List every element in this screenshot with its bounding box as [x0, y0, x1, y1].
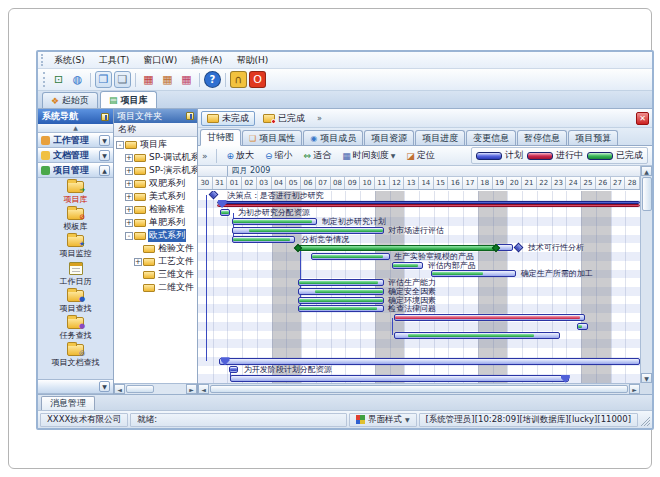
chevron-icon[interactable]: ▼ [99, 150, 110, 161]
expand-icon[interactable]: + [125, 219, 133, 227]
collapse-icon[interactable]: - [116, 141, 124, 149]
sidebar-item-项目查找[interactable]: ●项目查找 [60, 290, 92, 314]
tab-暂停信息[interactable]: 暂停信息 [517, 130, 567, 145]
tab-message-management[interactable]: 消息管理 [41, 396, 95, 410]
tab-项目成员[interactable]: ◉项目成员 [303, 130, 363, 145]
resize-grip[interactable] [640, 414, 650, 426]
gantt-bar-progress[interactable] [217, 204, 640, 207]
menu-item[interactable]: 系统(S) [47, 53, 92, 68]
menu-item[interactable]: 窗口(W) [136, 53, 184, 68]
open-folder-icon[interactable]: ❐ [95, 71, 112, 88]
report-refresh-icon[interactable]: ▦ [178, 71, 195, 88]
expand-icon[interactable]: + [134, 258, 142, 266]
tab-icon: ◉ [310, 134, 317, 143]
tree-node-美式系列[interactable]: +美式系列 [114, 190, 197, 203]
tree-node-检验标准[interactable]: +检验标准 [114, 203, 197, 216]
expand-icon[interactable]: + [125, 154, 133, 162]
sidebar-item-项目库[interactable]: ➔项目库 [64, 181, 88, 205]
scrollbar-thumb[interactable] [210, 385, 628, 393]
scroll-left-icon[interactable]: ◄ [114, 384, 125, 394]
tree-node-双肥系列[interactable]: +双肥系列 [114, 177, 197, 190]
tree-node-项目库[interactable]: -项目库 [114, 138, 197, 151]
gantt-tool-放大[interactable]: ⊕放大 [225, 148, 257, 163]
pin-icon[interactable] [186, 112, 194, 120]
exit-icon[interactable]: O [249, 71, 266, 88]
interface-style-button[interactable]: 界面样式 ▼ [349, 413, 417, 427]
tree-node-二维文件[interactable]: 二维文件 [114, 281, 197, 294]
help-icon[interactable]: ? [204, 71, 221, 88]
gantt-tool-适合[interactable]: ⇔适合 [302, 148, 334, 163]
sidebar-item-任务查找[interactable]: ●任务查找 [60, 317, 92, 341]
sidebar-group-工作管理[interactable]: 工作管理▼ [38, 133, 113, 148]
filter-more-button[interactable]: » [317, 114, 322, 123]
gantt-toolbar-more[interactable]: » [202, 151, 208, 161]
filter-button-已完成[interactable]: 已完成 [257, 111, 311, 126]
gantt-tool-时间刻度[interactable]: ▦时间刻度▼ [340, 148, 397, 163]
scrollbar-thumb[interactable] [642, 177, 652, 211]
sidebar-group-partial[interactable]: ▼ [38, 379, 113, 394]
gantt-vertical-scrollbar[interactable]: ▲ ▼ [640, 166, 652, 383]
chevron-icon[interactable]: ▲ [99, 165, 110, 176]
tree-node-SP-调试机系[interactable]: +SP-调试机系 [114, 151, 197, 164]
doc-tab-active[interactable]: ▤项目库 [100, 91, 157, 108]
gantt-bar-complete-summary[interactable] [298, 245, 495, 251]
scroll-left-icon[interactable]: ◄ [198, 384, 209, 394]
expand-icon[interactable]: + [125, 167, 133, 175]
gantt-bar-plan[interactable] [219, 358, 640, 365]
tree-node-SP-演示机系[interactable]: +SP-演示机系 [114, 164, 197, 177]
tree-column-header[interactable]: 名称 [114, 123, 197, 137]
report-red-icon[interactable]: ▦ [140, 71, 157, 88]
paste-icon[interactable]: ❏ [114, 71, 131, 88]
expand-icon[interactable]: + [125, 206, 133, 214]
sidebar-group-文档管理[interactable]: 文档管理▼ [38, 148, 113, 163]
sidebar-item-工作日历[interactable]: 工作日历 [60, 262, 92, 287]
chevron-down-icon[interactable]: ▼ [99, 381, 110, 392]
desktop-icon[interactable]: ⊡ [50, 71, 67, 88]
expand-icon[interactable]: + [125, 193, 133, 201]
doc-tab-inactive[interactable]: ❖起始页 [42, 92, 98, 108]
tab-变更信息[interactable]: 变更信息 [466, 130, 516, 145]
weekend-stripe [596, 191, 611, 383]
filter-button-未完成[interactable]: 未完成 [201, 111, 255, 126]
scroll-up-icon[interactable]: ▲ [641, 166, 652, 176]
gantt-horizontal-scrollbar[interactable]: ◄ ► [198, 383, 640, 394]
menu-item[interactable]: 帮助(H) [229, 53, 275, 68]
tab-甘特图[interactable]: 甘特图 [200, 129, 241, 146]
sidebar-group-项目管理[interactable]: 项目管理▲ [38, 163, 113, 178]
menu-item[interactable]: 工具(T) [92, 53, 137, 68]
tab-项目预算[interactable]: 项目预算 [568, 130, 618, 145]
tree-node-欧式系列[interactable]: -欧式系列 [114, 229, 197, 242]
gantt-chart[interactable]: 决策点：是否进行初步研究为初步研究分配资源制定初步研究计划对市场进行评估分析竞争… [198, 191, 640, 383]
tree-node-检验文件[interactable]: 检验文件 [114, 242, 197, 255]
tree-horizontal-scrollbar[interactable]: ◄ ► [114, 383, 197, 394]
report-orange-icon[interactable]: ▦ [159, 71, 176, 88]
chevron-icon[interactable]: ▼ [99, 135, 110, 146]
tab-项目属性[interactable]: ❏项目属性 [242, 130, 302, 145]
sidebar-scroll-up[interactable]: ▲ [38, 124, 113, 133]
sidebar-item-项目监控[interactable]: ★项目监控 [60, 235, 92, 259]
scroll-down-icon[interactable]: ▼ [641, 373, 652, 383]
tree-node-工艺文件[interactable]: +工艺文件 [114, 255, 197, 268]
gantt-bar-fill-green [221, 211, 229, 214]
message-panel-row: 消息管理 [38, 394, 652, 410]
gantt-tool-缩小[interactable]: ⊖缩小 [263, 148, 295, 163]
scroll-right-icon[interactable]: ► [629, 384, 640, 394]
expand-icon[interactable]: + [125, 180, 133, 188]
tab-项目进度[interactable]: 项目进度 [415, 130, 465, 145]
lock-icon[interactable]: ∩ [230, 71, 247, 88]
globe-icon[interactable]: ◍ [69, 71, 86, 88]
gantt-bar-plan[interactable] [230, 375, 569, 382]
menu-item[interactable]: 插件(A) [184, 53, 229, 68]
day-header: 09 [345, 177, 360, 190]
pin-icon[interactable] [101, 113, 109, 121]
sidebar-item-项目文档查找[interactable]: ◎项目文档查找 [52, 344, 100, 368]
collapse-icon[interactable]: - [125, 232, 133, 240]
close-icon[interactable]: ✕ [636, 112, 649, 125]
gantt-tool-定位[interactable]: ◪定位 [404, 148, 437, 163]
tab-项目资源[interactable]: 项目资源 [364, 130, 414, 145]
scrollbar-thumb[interactable] [126, 385, 154, 393]
sidebar-item-模板库[interactable]: ⊘模板库 [64, 208, 88, 232]
tree-node-三维文件[interactable]: 三维文件 [114, 268, 197, 281]
tree-node-单肥系列[interactable]: +单肥系列 [114, 216, 197, 229]
scroll-right-icon[interactable]: ► [186, 384, 197, 394]
